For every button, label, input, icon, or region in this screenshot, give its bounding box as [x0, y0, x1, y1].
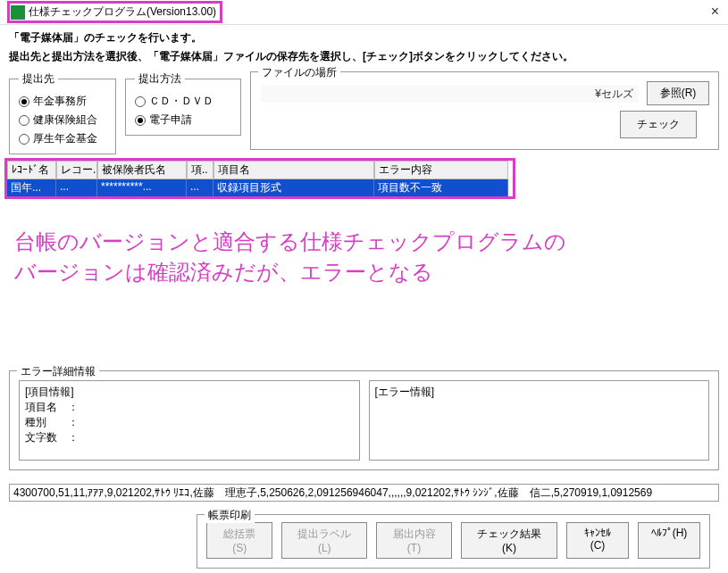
radio-icon [135, 115, 146, 126]
intro-line1: 「電子媒体届」のチェックを行います。 [9, 30, 719, 46]
col-item-no[interactable]: 項.. [187, 161, 213, 179]
col-error[interactable]: エラー内容 [374, 161, 508, 179]
radio-icon [19, 96, 29, 107]
file-legend: ファイルの場所 [258, 65, 340, 80]
submit-label-button[interactable]: 提出ラベル(L) [281, 522, 367, 559]
file-path-input[interactable]: ¥セルズ [260, 84, 640, 104]
col-item-name[interactable]: 項目名 [213, 161, 374, 179]
col-record[interactable]: レコー... [56, 161, 97, 179]
result-grid: ﾚｺｰﾄﾞ名 レコー... 被保険者氏名 項.. 項目名 エラー内容 国年...… [4, 158, 515, 199]
summary-button[interactable]: 総括票(S) [206, 522, 272, 559]
contents-button[interactable]: 届出内容(T) [376, 522, 452, 559]
error-detail-legend: エラー詳細情報 [17, 364, 99, 379]
method-legend: 提出方法 [135, 71, 185, 87]
radio-icon [19, 134, 29, 145]
method-opt-electronic[interactable]: 電子申請 [135, 112, 231, 128]
method-opt-cd-dvd[interactable]: ＣＤ・ＤＶＤ [135, 94, 231, 109]
upper-panel: 提出先 年金事務所 健康保険組合 厚生年金基金 提出方法 ＣＤ・ＤＶＤ [9, 71, 719, 154]
dest-opt-welfare-fund[interactable]: 厚生年金基金 [19, 131, 106, 146]
col-record-name[interactable]: ﾚｺｰﾄﾞ名 [7, 161, 56, 179]
check-button[interactable]: チェック [620, 111, 697, 138]
titlebar: 仕様チェックプログラム(Version13.00) × [0, 0, 728, 25]
close-icon[interactable]: × [711, 4, 719, 20]
check-result-button[interactable]: チェック結果(K) [461, 522, 557, 559]
dest-group: 提出先 年金事務所 健康保険組合 厚生年金基金 [9, 71, 116, 154]
file-group: ファイルの場所 ¥セルズ 参照(R) チェック [250, 71, 719, 150]
radio-icon [19, 115, 29, 126]
form-print-legend: 帳票印刷 [205, 508, 255, 523]
cancel-button[interactable]: ｷｬﾝｾﾙ(C) [566, 522, 629, 559]
raw-record-display: 4300700,51,11,ｱｱｱ,9,021202,ｻﾄｳ ﾘｴｺ,佐藤 理恵… [9, 484, 719, 502]
grid-header: ﾚｺｰﾄﾞ名 レコー... 被保険者氏名 項.. 項目名 エラー内容 [7, 161, 513, 179]
help-button[interactable]: ﾍﾙﾌﾟ(H) [638, 522, 700, 559]
intro-block: 「電子媒体届」のチェックを行います。 提出先と提出方法を選択後、「電子媒体届」フ… [0, 25, 728, 66]
table-row[interactable]: 国年... ... **********... ... 収録項目形式 項目数不一… [7, 179, 513, 196]
app-icon [11, 5, 25, 20]
form-print-group: 帳票印刷 総括票(S) 提出ラベル(L) 届出内容(T) チェック結果(K) ｷ… [197, 514, 710, 569]
dest-opt-health-union[interactable]: 健康保険組合 [19, 112, 106, 128]
item-info-box: [項目情報] 項目名 ： 種別 ： 文字数 ： [19, 380, 360, 461]
dest-legend: 提出先 [19, 71, 58, 87]
window-title: 仕様チェックプログラム(Version13.00) [29, 4, 216, 20]
annotation-overlay: 台帳のバージョンと適合する仕様チェックプログラムの バージョンは確認済みだが、エ… [14, 227, 566, 286]
error-detail-group: エラー詳細情報 [項目情報] 項目名 ： 種別 ： 文字数 ： [エラー情報] [9, 370, 719, 470]
browse-button[interactable]: 参照(R) [647, 81, 709, 105]
method-group: 提出方法 ＣＤ・ＤＶＤ 電子申請 [125, 71, 241, 136]
title-highlight: 仕様チェックプログラム(Version13.00) [7, 1, 222, 23]
intro-line2: 提出先と提出方法を選択後、「電子媒体届」ファイルの保存先を選択し、[チェック]ボ… [9, 49, 719, 64]
radio-icon [135, 96, 146, 107]
error-info-box: [エラー情報] [369, 380, 710, 461]
col-insured-name[interactable]: 被保険者氏名 [97, 161, 187, 179]
dest-opt-pension-office[interactable]: 年金事務所 [19, 94, 106, 109]
